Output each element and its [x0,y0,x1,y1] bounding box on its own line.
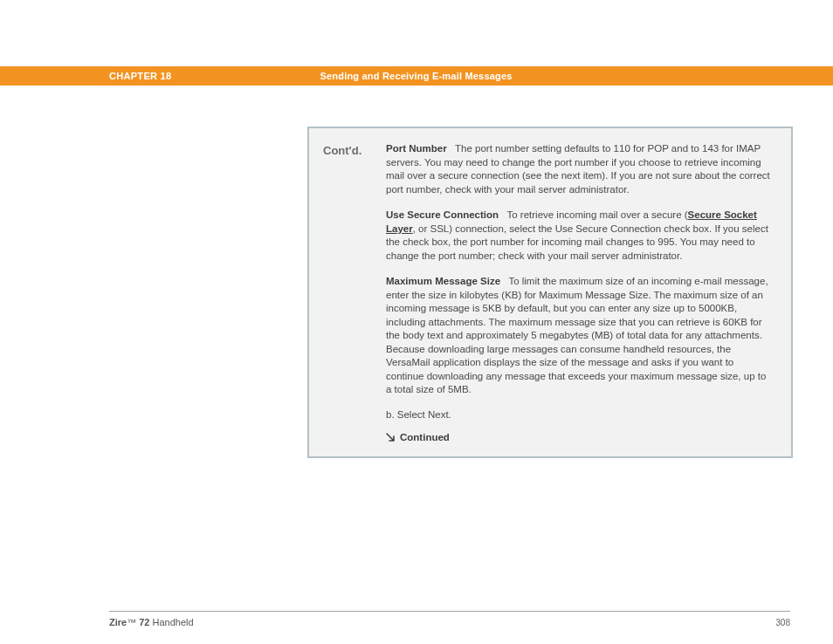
page-footer: Zire™ 72 Handheld 308 [109,617,790,627]
entry-port-number: Port Number The port number setting defa… [386,142,774,196]
continued-arrow-icon [386,433,395,442]
chapter-header-inner: CHAPTER 18 Sending and Receiving E-mail … [109,71,790,81]
entry-body-pre: To retrieve incoming mail over a secure … [506,209,687,220]
continued-row: Continued [386,432,774,442]
entry-title: Use Secure Connection [386,209,499,220]
entry-title: Port Number [386,143,447,154]
footer-page-number: 308 [775,618,790,627]
entries-container: Port Number The port number setting defa… [386,142,774,442]
chapter-title: Sending and Receiving E-mail Messages [320,71,512,81]
footer-model: 72 [136,617,149,627]
entry-title: Maximum Message Size [386,276,500,286]
entry-body: To limit the maximum size of an incoming… [386,276,768,394]
chapter-number-label: CHAPTER 18 [109,71,171,81]
continued-label: Cont'd. [323,144,361,157]
footer-tm: ™ [127,617,136,627]
continued-text: Continued [400,432,450,442]
entry-secure-connection: Use Secure Connection To retrieve incomi… [386,209,774,263]
footer-suffix: Handheld [149,617,193,627]
chapter-header-bar: CHAPTER 18 Sending and Receiving E-mail … [0,66,833,86]
footer-rule [109,611,790,612]
entry-body-post: , or SSL) connection, select the Use Sec… [386,223,768,261]
entry-max-message-size: Maximum Message Size To limit the maximu… [386,275,774,397]
step-b: b. Select Next. [386,409,774,420]
instruction-box: Cont'd. Port Number The port number sett… [307,127,793,458]
footer-product: Zire™ 72 Handheld [109,617,194,627]
footer-brand: Zire [109,617,127,627]
